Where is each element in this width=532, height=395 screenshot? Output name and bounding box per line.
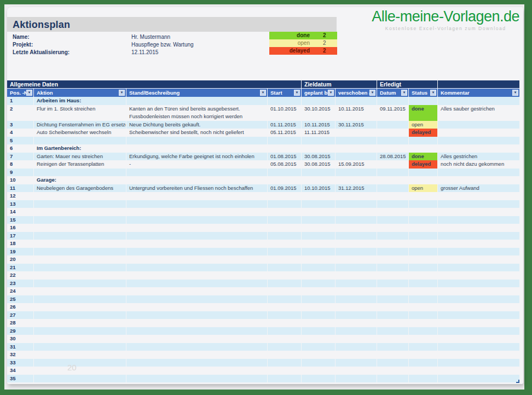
verschoben-cell[interactable] xyxy=(336,176,377,184)
status-cell[interactable] xyxy=(409,271,437,280)
verschoben-cell[interactable]: 31.12.2015 xyxy=(336,184,377,193)
geplant-cell[interactable]: 30.10.2015 xyxy=(302,105,335,121)
stand-cell[interactable]: - xyxy=(126,160,267,169)
aktion-cell[interactable] xyxy=(34,287,126,295)
pos-cell[interactable]: 18 xyxy=(7,240,33,248)
datum-cell[interactable] xyxy=(377,169,408,177)
kommentar-cell[interactable] xyxy=(438,351,519,359)
pos-cell[interactable]: 21 xyxy=(7,264,33,272)
verschoben-cell[interactable] xyxy=(336,248,377,256)
verschoben-cell[interactable] xyxy=(336,343,377,351)
verschoben-cell[interactable] xyxy=(336,295,377,304)
pos-cell[interactable]: 10 xyxy=(7,176,33,184)
filter-dropdown-icon[interactable]: ▼ xyxy=(26,90,32,96)
pos-cell[interactable]: 3 xyxy=(7,121,33,129)
pos-cell[interactable]: 19 xyxy=(7,248,33,256)
verschoben-cell[interactable] xyxy=(336,359,377,367)
aktion-cell[interactable] xyxy=(34,255,126,264)
aktion-cell[interactable] xyxy=(34,343,126,351)
status-cell[interactable] xyxy=(409,137,437,145)
header-cell-geplant-bis[interactable]: geplant bis▼ xyxy=(302,89,335,97)
status-cell[interactable] xyxy=(409,169,437,177)
kommentar-cell[interactable] xyxy=(438,208,519,216)
datum-cell[interactable]: 09.11.2015 xyxy=(377,105,408,121)
start-cell[interactable]: 01.08.2015 xyxy=(268,153,301,161)
datum-cell[interactable] xyxy=(377,287,408,295)
geplant-cell[interactable] xyxy=(302,144,335,153)
verschoben-cell[interactable] xyxy=(336,153,377,161)
kommentar-cell[interactable] xyxy=(438,200,519,208)
aktion-cell[interactable] xyxy=(34,232,126,240)
aktion-cell[interactable] xyxy=(34,224,126,232)
aktion-cell[interactable] xyxy=(34,327,126,335)
pos-cell[interactable]: 4 xyxy=(7,129,33,137)
start-cell[interactable] xyxy=(268,367,301,375)
stand-cell[interactable] xyxy=(126,271,267,280)
table-resize-handle[interactable] xyxy=(516,380,519,383)
kommentar-cell[interactable]: Alles gestrichen xyxy=(438,153,519,161)
stand-cell[interactable] xyxy=(126,255,267,264)
datum-cell[interactable] xyxy=(377,303,408,311)
aktion-cell[interactable] xyxy=(34,240,126,248)
pos-cell[interactable]: 27 xyxy=(7,311,33,320)
geplant-cell[interactable]: 30.08.2015 xyxy=(302,160,335,169)
kommentar-cell[interactable] xyxy=(438,303,519,311)
verschoben-cell[interactable] xyxy=(336,97,377,105)
start-cell[interactable] xyxy=(268,311,301,320)
aktion-cell[interactable]: Reinigen der Terassenplatten xyxy=(34,160,126,169)
start-cell[interactable] xyxy=(268,295,301,304)
stand-cell[interactable] xyxy=(126,224,267,232)
pos-cell[interactable]: 30 xyxy=(7,335,33,343)
header-cell-stand-beschreibung[interactable]: Stand/Beschreibung▼ xyxy=(126,89,267,97)
geplant-cell[interactable] xyxy=(302,271,335,280)
geplant-cell[interactable]: 10.10.2015 xyxy=(302,184,335,193)
kommentar-cell[interactable] xyxy=(438,121,519,129)
verschoben-cell[interactable] xyxy=(336,287,377,295)
verschoben-cell[interactable] xyxy=(336,129,377,137)
header-cell-status[interactable]: Status▼ xyxy=(409,89,437,97)
geplant-cell[interactable] xyxy=(302,335,335,343)
aktion-cell[interactable]: Garage: xyxy=(34,176,126,184)
pos-cell[interactable]: 28 xyxy=(7,319,33,327)
verschoben-cell[interactable] xyxy=(336,311,377,320)
legend-row-done[interactable]: done 2 xyxy=(269,32,337,39)
start-cell[interactable] xyxy=(268,359,301,367)
stand-cell[interactable] xyxy=(126,375,267,383)
status-cell[interactable] xyxy=(409,97,437,105)
status-cell[interactable] xyxy=(409,144,437,153)
legend-row-delayed[interactable]: delayed 2 xyxy=(269,47,337,55)
verschoben-cell[interactable] xyxy=(336,319,377,327)
geplant-cell[interactable] xyxy=(302,216,335,224)
start-cell[interactable] xyxy=(268,319,301,327)
status-cell[interactable]: done xyxy=(409,153,437,161)
start-cell[interactable] xyxy=(268,303,301,311)
start-cell[interactable] xyxy=(268,137,301,145)
datum-cell[interactable] xyxy=(377,327,408,335)
status-cell[interactable] xyxy=(409,351,437,359)
geplant-cell[interactable] xyxy=(302,255,335,264)
datum-cell[interactable] xyxy=(377,200,408,208)
datum-cell[interactable] xyxy=(377,176,408,184)
aktion-cell[interactable] xyxy=(34,335,126,343)
pos-cell[interactable]: 14 xyxy=(7,208,33,216)
pos-cell[interactable]: 32 xyxy=(7,351,33,359)
pos-cell[interactable]: 11 xyxy=(7,184,33,193)
status-cell[interactable] xyxy=(409,319,437,327)
kommentar-cell[interactable] xyxy=(438,295,519,304)
pos-cell[interactable]: 5 xyxy=(7,137,33,145)
status-cell[interactable] xyxy=(409,232,437,240)
pos-cell[interactable]: 16 xyxy=(7,224,33,232)
header-cell-verschoben-auf[interactable]: verschoben auf▼ xyxy=(336,89,377,97)
verschoben-cell[interactable] xyxy=(336,327,377,335)
status-cell[interactable] xyxy=(409,216,437,224)
start-cell[interactable] xyxy=(268,264,301,272)
aktion-cell[interactable]: Neubelegen des Garagenbodens xyxy=(34,184,126,193)
status-cell[interactable] xyxy=(409,200,437,208)
stand-cell[interactable] xyxy=(126,359,267,367)
aktion-cell[interactable] xyxy=(34,271,126,280)
aktion-cell[interactable]: Auto Scheibenwischer wechseln xyxy=(34,129,126,137)
filter-dropdown-icon[interactable]: ▼ xyxy=(328,90,334,96)
verschoben-cell[interactable] xyxy=(336,303,377,311)
start-cell[interactable]: 05.08.2015 xyxy=(268,160,301,169)
pos-cell[interactable]: 35 xyxy=(7,375,33,383)
